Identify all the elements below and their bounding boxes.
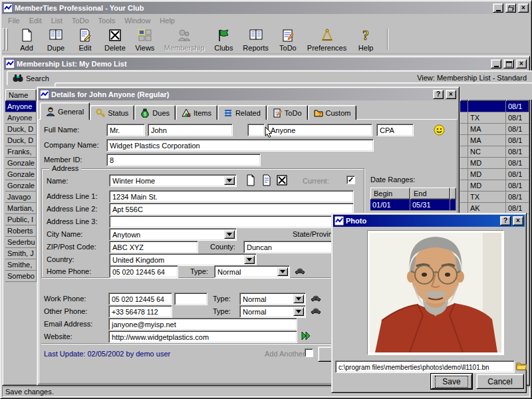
tab-status[interactable]: Status bbox=[90, 105, 134, 120]
save-button[interactable]: Save bbox=[431, 374, 472, 389]
tab-related[interactable]: Related bbox=[217, 105, 267, 120]
grid-cell[interactable]: MA bbox=[468, 135, 506, 146]
begin-header[interactable]: Begin bbox=[370, 188, 410, 200]
grid-cell[interactable] bbox=[468, 101, 506, 112]
close-button[interactable]: × bbox=[513, 216, 523, 225]
grid-cell[interactable] bbox=[460, 169, 468, 180]
phone-icon[interactable] bbox=[310, 293, 322, 303]
work-ext-field[interactable] bbox=[174, 293, 207, 305]
add-another-checkbox[interactable] bbox=[305, 348, 313, 357]
details-titlebar[interactable]: Details for John Anyone (Regular) ? × bbox=[39, 88, 458, 100]
line2-field[interactable]: Apt 556C bbox=[109, 203, 354, 215]
clubs-button[interactable]: Clubs bbox=[209, 26, 238, 53]
grid-cell[interactable]: TX bbox=[468, 192, 506, 203]
grid-cell[interactable]: NC bbox=[468, 146, 506, 158]
line3-field[interactable] bbox=[109, 215, 354, 228]
photo-path-field[interactable]: c:\program files\memberties\photos\demo\… bbox=[335, 360, 515, 373]
combo-arrow[interactable] bbox=[293, 295, 304, 303]
minimize-button[interactable] bbox=[491, 59, 501, 68]
cancel-button[interactable]: Cancel bbox=[476, 374, 524, 389]
close-button[interactable]: × bbox=[518, 3, 529, 13]
preferences-button[interactable]: Preferences bbox=[303, 26, 351, 53]
new-address-icon[interactable] bbox=[245, 174, 257, 186]
help-button[interactable]: ? Help bbox=[351, 26, 380, 53]
menu-todo[interactable]: ToDo bbox=[67, 15, 94, 26]
help-titlebar-button[interactable]: ? bbox=[433, 90, 444, 99]
grid-cell[interactable]: 08/1 bbox=[506, 192, 529, 203]
menu-tools[interactable]: Tools bbox=[94, 15, 120, 26]
toolbar-grip[interactable] bbox=[6, 28, 8, 51]
company-field[interactable]: Widget Plastics Corporation bbox=[106, 139, 374, 152]
grid-cell[interactable] bbox=[460, 192, 468, 203]
phone-icon[interactable] bbox=[310, 305, 322, 316]
tab-dues[interactable]: $ Dues bbox=[134, 105, 176, 120]
member-id-field[interactable]: 8 bbox=[106, 154, 261, 166]
main-titlebar[interactable]: MemberTies Professional - Your Club × bbox=[2, 2, 530, 14]
combo-arrow[interactable] bbox=[224, 176, 235, 185]
work-type-combo[interactable]: Normal bbox=[239, 293, 306, 305]
first-name-field[interactable]: John bbox=[148, 124, 233, 136]
current-checkbox[interactable]: ✓ bbox=[346, 176, 355, 184]
combo-arrow[interactable] bbox=[244, 255, 255, 264]
grid-cell[interactable]: 08/1 bbox=[506, 135, 529, 146]
website-field[interactable]: http://www.widgetplastics.com bbox=[108, 331, 297, 343]
work-phone-field[interactable]: 05 020 12445 64 bbox=[108, 293, 172, 305]
zip-field[interactable]: ABC XYZ bbox=[109, 241, 198, 253]
menu-window[interactable]: Window bbox=[120, 15, 155, 26]
home-phone-field[interactable]: 05 020 12445 64 bbox=[109, 265, 178, 278]
tab-custom[interactable]: ? Custom bbox=[308, 105, 357, 120]
grid-cell[interactable]: 08/1 bbox=[506, 158, 529, 169]
grid-cell[interactable] bbox=[460, 135, 468, 146]
edit-address-icon[interactable] bbox=[261, 174, 273, 186]
middle-name-field[interactable] bbox=[247, 124, 265, 136]
grid-cell[interactable] bbox=[460, 124, 468, 135]
grid-cell[interactable] bbox=[460, 180, 468, 192]
close-button[interactable]: × bbox=[446, 90, 456, 99]
suffix-field[interactable]: CPA bbox=[376, 124, 414, 136]
dupe-button[interactable]: Dupe bbox=[41, 26, 70, 53]
list-item[interactable]: Duck, D bbox=[5, 135, 37, 146]
minimize-button[interactable] bbox=[493, 3, 503, 13]
photo-titlebar[interactable]: Photo ? × bbox=[333, 215, 525, 227]
grid-cell[interactable]: MA bbox=[468, 124, 506, 135]
name-column-header[interactable]: Name bbox=[5, 89, 37, 101]
list-item[interactable]: Gonzale bbox=[5, 158, 37, 169]
grid-cell[interactable] bbox=[460, 112, 468, 124]
grid-cell[interactable]: 08/1 bbox=[506, 101, 529, 112]
grid-cell[interactable]: MD bbox=[468, 180, 506, 192]
grid-cell[interactable]: 08/1 bbox=[506, 169, 529, 180]
reports-button[interactable]: Reports bbox=[238, 26, 273, 53]
membership-titlebar[interactable]: Membership List: My Demo List × bbox=[4, 58, 528, 70]
list-item[interactable]: Public, I bbox=[5, 214, 37, 225]
city-combo[interactable]: Anytown bbox=[109, 228, 237, 241]
views-button[interactable]: Views bbox=[130, 26, 160, 53]
combo-arrow[interactable] bbox=[224, 230, 235, 239]
grid-cell[interactable]: 08/1 bbox=[506, 180, 529, 192]
browse-folder-icon[interactable] bbox=[516, 361, 527, 370]
list-item[interactable]: Franks, bbox=[5, 146, 37, 158]
maximize-button[interactable] bbox=[503, 59, 514, 68]
email-field[interactable]: janyone@myisp.net bbox=[108, 318, 297, 331]
address-name-combo[interactable]: Winter Home bbox=[109, 174, 237, 187]
delete-address-icon[interactable] bbox=[276, 174, 288, 186]
list-item[interactable]: Gonzale bbox=[5, 180, 37, 192]
date-begin-cell[interactable]: 01/01 bbox=[370, 200, 410, 211]
list-item[interactable]: Sederbu bbox=[5, 237, 37, 248]
restore-button[interactable] bbox=[505, 3, 516, 13]
go-website-icon[interactable] bbox=[301, 331, 311, 341]
grid-cell[interactable] bbox=[460, 158, 468, 169]
tab-todo[interactable]: ToDo bbox=[267, 105, 308, 120]
end-header[interactable]: End bbox=[410, 188, 450, 200]
menu-help[interactable]: Help bbox=[155, 15, 180, 26]
grid-cell[interactable]: TX bbox=[468, 112, 506, 124]
list-item[interactable]: Smithe, bbox=[5, 259, 37, 271]
phone-icon[interactable] bbox=[294, 265, 306, 276]
tab-items[interactable]: Items bbox=[176, 105, 217, 120]
menu-file[interactable]: File bbox=[3, 15, 25, 26]
delete-button[interactable]: Delete bbox=[100, 26, 130, 53]
menu-edit[interactable]: Edit bbox=[25, 15, 47, 26]
home-type-combo[interactable]: Normal bbox=[214, 265, 290, 278]
list-item[interactable]: Anyone bbox=[5, 112, 37, 124]
other-type-combo[interactable]: Normal bbox=[239, 305, 306, 318]
grid-cell[interactable] bbox=[460, 146, 468, 158]
